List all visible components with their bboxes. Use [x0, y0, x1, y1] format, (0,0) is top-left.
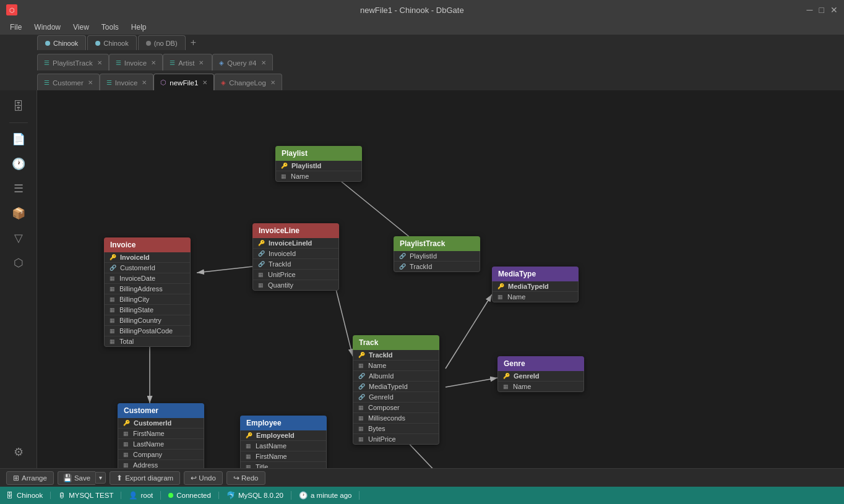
table-track[interactable]: Track🔑TrackId▦Name🔗AlbumId🔗MediaTypeId🔗G… — [353, 335, 439, 445]
tab-customer[interactable]: ☰ Customer ✕ — [37, 74, 100, 91]
sidebar-icon-package[interactable]: 📦 — [6, 202, 31, 224]
table-row: ▦Milliseconds — [353, 413, 439, 424]
status-db[interactable]: 🗄 Chinook — [6, 492, 51, 499]
table-row: 🔗CustomerId — [105, 263, 190, 273]
tab-close-4[interactable]: ✕ — [261, 59, 266, 66]
sidebar-icon-settings[interactable]: ⚙ — [6, 441, 31, 463]
tab-close-8[interactable]: ✕ — [270, 79, 275, 86]
field-icon: ▦ — [110, 286, 116, 292]
menu-file[interactable]: File — [5, 22, 27, 33]
save-button-split[interactable]: 💾 Save ▾ — [58, 471, 106, 485]
field-name: InvoiceLineId — [269, 239, 312, 247]
menu-window[interactable]: Window — [29, 22, 66, 33]
pk-icon: 🔑 — [503, 373, 510, 379]
status-user[interactable]: 👤 root — [121, 491, 161, 500]
conn-tab-1[interactable]: Chinook — [37, 35, 86, 50]
table-row: 🔑GenreId — [498, 371, 583, 382]
field-name: Composer — [368, 404, 400, 411]
sidebar-icon-triangle[interactable]: ▽ — [6, 227, 31, 249]
tab-close-5[interactable]: ✕ — [88, 79, 93, 86]
menubar: File Window View Tools Help — [0, 20, 844, 35]
table-row: 🔑PlaylistId — [276, 161, 361, 171]
tab-changelog[interactable]: ◈ ChangeLog ✕ — [214, 74, 282, 91]
table-row: ▦Address — [118, 460, 204, 468]
tab-artist[interactable]: ☰ Artist ✕ — [163, 54, 212, 71]
table-employee[interactable]: Employee🔑EmployeeId▦LastName▦FirstName▦T… — [240, 416, 327, 468]
arrange-button[interactable]: ⊞ Arrange — [6, 471, 54, 485]
titlebar: ⬡ newFile1 - Chinook - DbGate ─ □ ✕ — [0, 0, 844, 20]
table-row: ▦FirstName — [241, 451, 326, 462]
field-name: UnitPrice — [268, 271, 296, 278]
tab-close-1[interactable]: ✕ — [97, 59, 102, 66]
table-invoiceline[interactable]: InvoiceLine🔑InvoiceLineId🔗InvoiceId🔗Trac… — [252, 223, 339, 291]
field-icon: ▦ — [110, 338, 116, 344]
tab-invoice-1[interactable]: ☰ Invoice ✕ — [109, 54, 163, 71]
table-body-playlist: 🔑PlaylistId▦Name — [275, 161, 362, 182]
tab-icon-7: ⬡ — [160, 79, 166, 87]
field-name: InvoiceId — [269, 250, 296, 257]
table-mediatype[interactable]: MediaType🔑MediaTypeId▦Name — [492, 267, 579, 302]
field-name: PlaylistId — [410, 252, 437, 260]
tab-invoice-2[interactable]: ☰ Invoice ✕ — [100, 74, 153, 91]
tab-query4[interactable]: ◈ Query #4 ✕ — [212, 54, 272, 71]
conn-dot-1 — [45, 41, 50, 46]
save-dropdown[interactable]: ▾ — [95, 472, 106, 484]
field-name: FirstName — [256, 453, 287, 460]
sidebar-icon-database[interactable]: 🗄 — [6, 95, 31, 117]
field-name: UnitPrice — [368, 435, 396, 443]
tab-newfile1[interactable]: ⬡ newFile1 ✕ — [153, 74, 214, 91]
table-row: ▦UnitPrice — [353, 434, 439, 444]
status-engine[interactable]: 🛢 MYSQL TEST — [51, 492, 121, 499]
status-version[interactable]: 🐬 MySQL 8.0.20 — [219, 491, 291, 500]
table-invoice[interactable]: Invoice🔑InvoiceId🔗CustomerId▦InvoiceDate… — [104, 237, 191, 347]
status-time[interactable]: 🕐 a minute ago — [291, 491, 360, 500]
menu-view[interactable]: View — [68, 22, 94, 33]
app-icon: ⬡ — [6, 4, 17, 15]
sidebar-icon-history[interactable]: 🕐 — [6, 153, 31, 175]
conn-tab-3[interactable]: (no DB) — [138, 35, 186, 50]
sidebar-icon-table[interactable]: ☰ — [6, 177, 31, 200]
tab-close-7[interactable]: ✕ — [202, 79, 207, 86]
fk-icon: 🔗 — [110, 265, 116, 271]
pk-icon: 🔑 — [258, 240, 265, 246]
tab-close-3[interactable]: ✕ — [199, 59, 204, 66]
window-title: newFile1 - Chinook - DbGate — [17, 6, 807, 15]
minimize-button[interactable]: ─ — [807, 5, 813, 15]
tab-row-2: ☰ Customer ✕ ☰ Invoice ✕ ⬡ newFile1 ✕ ◈ … — [0, 70, 844, 90]
table-playlisttrack[interactable]: PlaylistTrack🔗PlaylistId🔗TrackId — [394, 236, 480, 272]
table-row: 🔗PlaylistId — [394, 251, 480, 262]
field-name: Company — [133, 451, 162, 458]
undo-button[interactable]: ↩ Undo — [184, 471, 223, 485]
fk-icon: 🔗 — [399, 253, 406, 259]
field-name: BillingCity — [119, 296, 149, 303]
conn-tab-2[interactable]: Chinook — [87, 35, 136, 50]
table-customer[interactable]: Customer🔑CustomerId▦FirstName▦LastName▦C… — [118, 403, 204, 468]
close-button[interactable]: ✕ — [830, 5, 838, 15]
table-playlist[interactable]: Playlist🔑PlaylistId▦Name — [275, 146, 362, 182]
redo-button[interactable]: ↪ Redo — [226, 471, 265, 485]
table-genre[interactable]: Genre🔑GenreId▦Name — [497, 356, 584, 392]
add-connection-button[interactable]: + — [186, 35, 201, 51]
sidebar-icon-file[interactable]: 📄 — [6, 128, 31, 150]
field-icon: ▦ — [503, 383, 509, 390]
tab-close-2[interactable]: ✕ — [151, 59, 156, 66]
sidebar-icon-layers[interactable]: ⬡ — [6, 252, 31, 274]
save-main[interactable]: 💾 Save — [58, 471, 95, 485]
tab-close-6[interactable]: ✕ — [142, 79, 147, 86]
menu-help[interactable]: Help — [126, 22, 152, 33]
field-name: Name — [368, 362, 386, 369]
connection-tab-row: Chinook Chinook (no DB) + — [0, 35, 844, 51]
tab-icon-8: ◈ — [221, 79, 226, 86]
maximize-button[interactable]: □ — [819, 5, 824, 15]
status-connection[interactable]: Connected — [161, 492, 219, 499]
table-row: ▦Company — [118, 450, 204, 460]
tab-icon-3: ☰ — [170, 59, 175, 66]
export-button[interactable]: ⬆ Export diagram — [110, 471, 180, 485]
table-body-playlisttrack: 🔗PlaylistId🔗TrackId — [394, 251, 480, 272]
diagram-canvas[interactable]: Playlist🔑PlaylistId▦NameInvoiceLine🔑Invo… — [37, 90, 844, 468]
menu-tools[interactable]: Tools — [97, 22, 124, 33]
engine-icon: 🛢 — [58, 492, 66, 499]
table-row: ▦BillingPostalCode — [105, 326, 190, 336]
field-name: PlaylistId — [291, 162, 321, 169]
tab-playlisttrack[interactable]: ☰ PlaylistTrack ✕ — [37, 54, 109, 71]
